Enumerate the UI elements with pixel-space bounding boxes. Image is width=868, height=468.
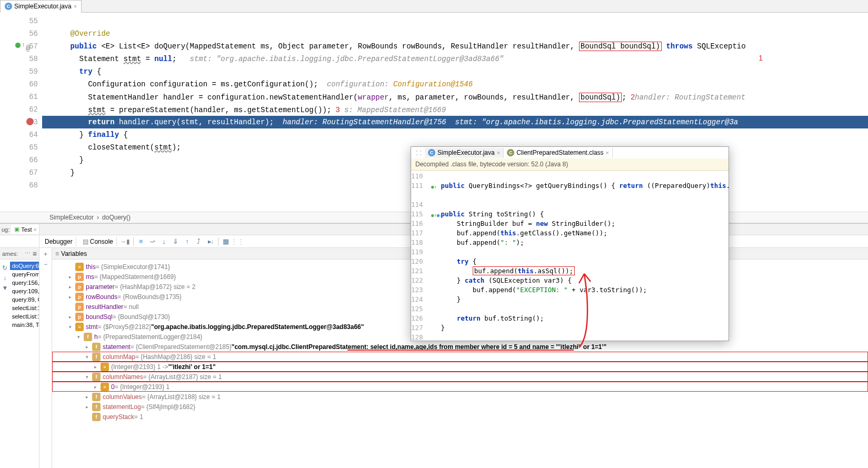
add-watch-icon[interactable]: + bbox=[42, 250, 50, 258]
frame-row[interactable]: query:156, E bbox=[10, 278, 39, 287]
frame-row[interactable]: doQuery:63 bbox=[10, 262, 39, 270]
editor-tab-bar: C SimpleExecutor.java × bbox=[0, 0, 868, 13]
tab-console[interactable]: ▤Console bbox=[79, 237, 117, 246]
tab-label: SimpleExecutor.java bbox=[14, 3, 72, 10]
java-class-icon: C bbox=[5, 3, 12, 10]
variable-row[interactable]: fqueryStack = 1 bbox=[52, 412, 868, 422]
popup-tab-clientpreparedstatement[interactable]: CClientPreparedStatement.class× bbox=[504, 148, 613, 158]
remove-watch-icon[interactable]: − bbox=[42, 260, 50, 268]
trace-icon[interactable]: ⋮⋮ bbox=[233, 237, 242, 246]
decompiled-banner: Decompiled .class file, bytecode version… bbox=[411, 158, 729, 171]
decompiled-popup[interactable]: ⸬ CSimpleExecutor.java× CClientPreparedS… bbox=[411, 146, 729, 341]
popup-code[interactable]: public QueryBindings<?> getQueryBindings… bbox=[425, 171, 730, 339]
variable-row[interactable]: ▾fcolumnNames = {ArrayList@2187} size = … bbox=[52, 372, 868, 382]
frame-row[interactable]: main:38, Te bbox=[10, 321, 39, 329]
boundsql-arg-box: boundSql) bbox=[579, 93, 622, 102]
override-up-icon: ●↑ bbox=[431, 182, 437, 192]
evaluate-icon[interactable]: ▦ bbox=[222, 237, 230, 246]
down-icon[interactable]: ↓ bbox=[1, 274, 9, 282]
force-step-into-icon[interactable]: ⇓ bbox=[172, 237, 180, 246]
frame-row[interactable]: queryFromD bbox=[10, 270, 39, 278]
tab-simpleexecutor[interactable]: C SimpleExecutor.java × bbox=[0, 0, 82, 13]
run-to-cursor-icon[interactable]: ▸ᵢ bbox=[206, 237, 215, 246]
close-icon[interactable]: × bbox=[74, 3, 77, 9]
variable-row[interactable]: ▾fcolumnMap = {HashMap@2186} size = 1 bbox=[52, 352, 868, 362]
frame-row[interactable]: query:109, C bbox=[10, 287, 39, 295]
annotation-2: 2 bbox=[631, 93, 635, 101]
step-into-icon[interactable]: ↓ bbox=[160, 237, 168, 246]
step-out-icon[interactable]: ↑ bbox=[183, 237, 192, 246]
variable-row[interactable]: ▸fstatement = {ClientPreparedStatement@2… bbox=[52, 342, 868, 352]
frame-row[interactable]: selectList:14 bbox=[10, 312, 39, 321]
step-over-icon[interactable]: ⤻ bbox=[148, 237, 157, 246]
annotation-3: 3 bbox=[336, 105, 340, 114]
filter-icon[interactable]: ▼ bbox=[1, 284, 9, 292]
line-gutter: 55 56 ↑@57 58 59 60 61 62 63 64 65 66 67… bbox=[0, 13, 42, 212]
drop-frame-icon[interactable]: ⤴ bbox=[195, 237, 203, 246]
tab-test[interactable]: ▣Test× bbox=[11, 225, 39, 234]
tab-debugger[interactable]: Debugger bbox=[42, 237, 76, 246]
frames-list[interactable]: doQuery:63queryFromDquery:156, Equery:10… bbox=[10, 262, 39, 329]
variable-row[interactable]: ▸fstatementLog = {Slf4jImpl@1682} bbox=[52, 402, 868, 412]
variable-row[interactable]: ▸fcolumnValues = {ArrayList@2188} size =… bbox=[52, 392, 868, 402]
breakpoint-icon[interactable] bbox=[26, 118, 34, 125]
popup-gutter: 110 ●↑111 114 ●↑●↓115 116 117 118 119 12… bbox=[411, 171, 425, 339]
variable-row[interactable]: ▸≡0 = {Integer@2193} 1 bbox=[52, 382, 868, 392]
drag-handle-icon[interactable]: ⸬ bbox=[411, 148, 425, 157]
popup-tab-simpleexecutor[interactable]: CSimpleExecutor.java× bbox=[425, 148, 504, 158]
show-execution-icon[interactable]: ≡ bbox=[137, 237, 145, 246]
variable-row[interactable]: ▸≡{Integer@2193} 1 -> "'itlezhi' or 1=1" bbox=[52, 362, 868, 372]
frame-row[interactable]: selectList:14 bbox=[10, 304, 39, 312]
assql-call-box: buf.append(this.asSql()); bbox=[473, 266, 575, 275]
restart-icon[interactable]: ↻ bbox=[1, 264, 9, 272]
override-icons: ●↑●↓ bbox=[431, 211, 443, 220]
current-execution-line: return handler.query(stmt, resultHandler… bbox=[42, 116, 868, 128]
frame-row[interactable]: query:89, Ca bbox=[10, 295, 39, 304]
annotation-1: 1 bbox=[759, 54, 763, 62]
frames-column: ug: ▣Test× ames:⋯≡ ↻ ↓ ▼ doQuery:63query… bbox=[0, 224, 39, 468]
boundsql-param-box: BoundSql boundSql) bbox=[579, 42, 662, 51]
run-icon[interactable] bbox=[15, 42, 21, 48]
